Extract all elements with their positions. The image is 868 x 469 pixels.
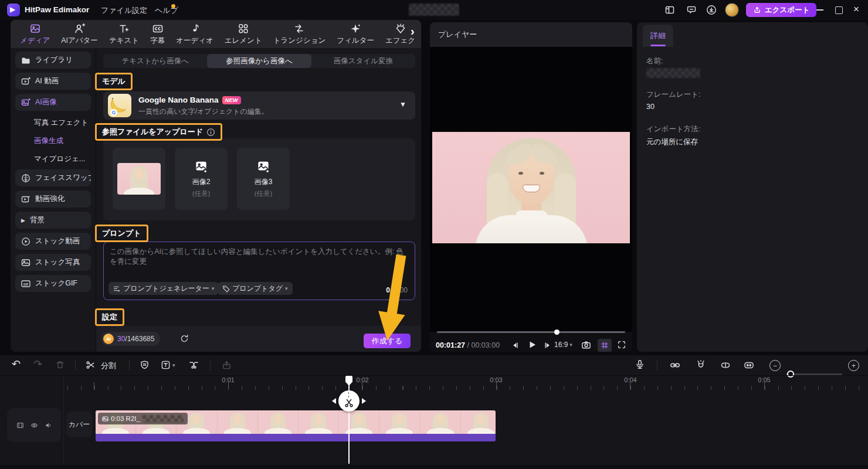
zoom-out-button[interactable]: − [769, 360, 781, 371]
minimize-button[interactable] [816, 9, 823, 11]
menu-settings[interactable]: 設定 [132, 5, 147, 16]
track-mute-speaker-icon[interactable] [45, 422, 52, 429]
feedback-icon[interactable] [686, 5, 697, 15]
sidebar-item-stock-video[interactable]: ストック動画 [15, 233, 91, 250]
tab-image-style-transfer[interactable]: 画像スタイル変換 [311, 54, 415, 68]
upload-card-optional: (任意) [192, 189, 211, 198]
unlink-icon[interactable] [720, 360, 731, 371]
ribbon-tab-media[interactable]: メディア [20, 23, 50, 46]
delete-icon[interactable] [55, 360, 65, 370]
app-title: HitPaw Edimakor [25, 5, 89, 14]
credits-total: /1463685 [125, 335, 154, 343]
sidebar-item-ai-video[interactable]: AI 動画 [15, 73, 91, 90]
split-scissors-icon[interactable] [86, 360, 96, 370]
credits-counter: AI 30/1463685 [101, 332, 160, 346]
ribbon-tab-ai-avatar[interactable]: AIアバター [61, 23, 98, 46]
snapshot-camera-icon[interactable] [581, 340, 591, 350]
cursor-left-arrow-icon [332, 398, 336, 404]
upload-card-image2[interactable]: 画像2 (任意) [175, 148, 228, 210]
ribbon-tab-audio[interactable]: オーディオ [176, 23, 213, 46]
sidebar-subitem-photo-effects[interactable]: 写真 エフェクト [15, 115, 91, 130]
download-icon[interactable] [706, 5, 717, 15]
upload-card-image3[interactable]: 画像3 (任意) [237, 148, 290, 210]
prompt-input[interactable] [108, 246, 410, 282]
export-button[interactable]: エクスポート [746, 3, 816, 17]
sidebar-item-stock-photo[interactable]: ストック写真 [15, 254, 91, 271]
text-tool-button[interactable]: ▾ [161, 360, 175, 370]
close-button[interactable]: × [853, 4, 859, 15]
ribbon-tab-elements[interactable]: エレメント [225, 23, 262, 46]
sidebar-subitem-my-projects[interactable]: マイプロジェ... [15, 151, 91, 166]
previous-frame-button[interactable] [510, 341, 520, 350]
ruler-label: 0:05 [758, 376, 770, 383]
tab-text-to-image[interactable]: テキストから画像へ [103, 54, 207, 68]
framerate-value: 30 [646, 103, 655, 111]
ruler-label: 0:03 [490, 376, 502, 383]
refresh-icon[interactable] [179, 334, 189, 344]
user-avatar[interactable] [725, 3, 739, 17]
scissors-icon [344, 397, 354, 408]
dropdown-icon: ▾ [569, 342, 572, 348]
fullscreen-icon[interactable] [617, 340, 626, 349]
zoom-slider-handle[interactable] [787, 371, 794, 378]
model-section-label: モデル [95, 73, 133, 90]
ribbon-tab-label: テキスト [109, 36, 139, 46]
track-visibility-eye-icon[interactable] [30, 422, 38, 429]
voiceover-mic-icon[interactable] [635, 359, 645, 370]
ribbon-overflow-chevron-icon[interactable]: › [411, 25, 415, 38]
track-header-divider [63, 375, 64, 464]
undo-icon[interactable]: ↶ [12, 358, 21, 371]
sidebar-item-ai-image[interactable]: AI画像 [15, 94, 91, 111]
model-description: 一貫性の高い文字/オブジェクトの編集。 [138, 107, 269, 117]
sidebar-item-library[interactable]: ライブラリ [15, 52, 91, 69]
sidebar-item-background[interactable]: ▶ 背景 [15, 212, 91, 229]
model-selector[interactable]: G Google Nano Banana NEW 一貫性の高い文字/オブジェクト… [103, 91, 415, 120]
seek-handle[interactable] [554, 329, 560, 335]
prompt-tag-button[interactable]: プロンプトタグ▾ [218, 282, 293, 295]
cover-button[interactable]: カバー [66, 412, 92, 437]
marker-shield-icon[interactable] [140, 360, 150, 370]
export-clip-icon[interactable] [222, 360, 232, 370]
play-button[interactable] [527, 339, 537, 350]
split-label[interactable]: 分割 [101, 361, 116, 371]
sidebar-subitem-image-generation[interactable]: 画像生成 [15, 133, 91, 148]
seek-bar[interactable] [437, 331, 625, 333]
layout-icon[interactable] [664, 5, 675, 15]
info-icon[interactable] [206, 128, 215, 137]
sidebar-item-stock-gif[interactable]: GIF ストックGIF [15, 275, 91, 292]
ribbon-tab-subtitle[interactable]: 字幕 [150, 23, 165, 46]
grid-toggle-button[interactable] [598, 339, 612, 352]
maximize-button[interactable] [835, 6, 843, 14]
aspect-ratio-selector[interactable]: 16:9▾ [554, 341, 572, 349]
add-image-icon [256, 159, 271, 175]
zoom-in-button[interactable]: + [848, 360, 859, 371]
prompt-generator-button[interactable]: プロンプトジェネレーター▾ [108, 282, 219, 295]
clip-audio-bar[interactable] [96, 434, 496, 441]
sidebar-item-face-swap[interactable]: フェイススワップ [15, 169, 91, 186]
clip-thumbnail [339, 410, 379, 434]
next-frame-button[interactable] [543, 341, 552, 350]
upload-card-image1[interactable] [113, 148, 165, 210]
ribbon-tab-text[interactable]: テキスト [109, 23, 139, 46]
trim-icon[interactable] [189, 360, 199, 370]
ruler-label: 0:01 [222, 376, 234, 383]
fit-timeline-icon[interactable] [744, 360, 754, 371]
sidebar-item-video-enhance[interactable]: 動画強化 [15, 191, 91, 208]
link-icon[interactable] [670, 360, 680, 371]
magnet-snap-icon[interactable] [696, 360, 706, 371]
tab-reference-to-image[interactable]: 参照画像から画像へ [207, 54, 311, 68]
clip-label: 0:03 R2I_ [98, 413, 188, 424]
menu-file[interactable]: ファイル [101, 5, 132, 16]
sidebar-item-label: AI画像 [35, 97, 57, 107]
svg-text:GIF: GIF [23, 282, 29, 286]
text-box-icon [161, 360, 171, 370]
ribbon-tab-filter[interactable]: フィルター [337, 23, 374, 46]
tag-icon [222, 285, 230, 293]
tab-details[interactable]: 詳細 [643, 25, 673, 47]
timeline-panel: ↶ ↷ 分割 ▾ [0, 355, 868, 465]
details-panel: 詳細 名前: フレームレート: 30 インポート方法: 元の場所に保存 [637, 22, 868, 352]
model-dropdown-icon[interactable]: ▼ [399, 100, 406, 108]
clip-thumbnail [258, 410, 299, 434]
ribbon-tab-transition[interactable]: トランジション [273, 23, 326, 46]
redo-icon[interactable]: ↷ [33, 358, 42, 371]
